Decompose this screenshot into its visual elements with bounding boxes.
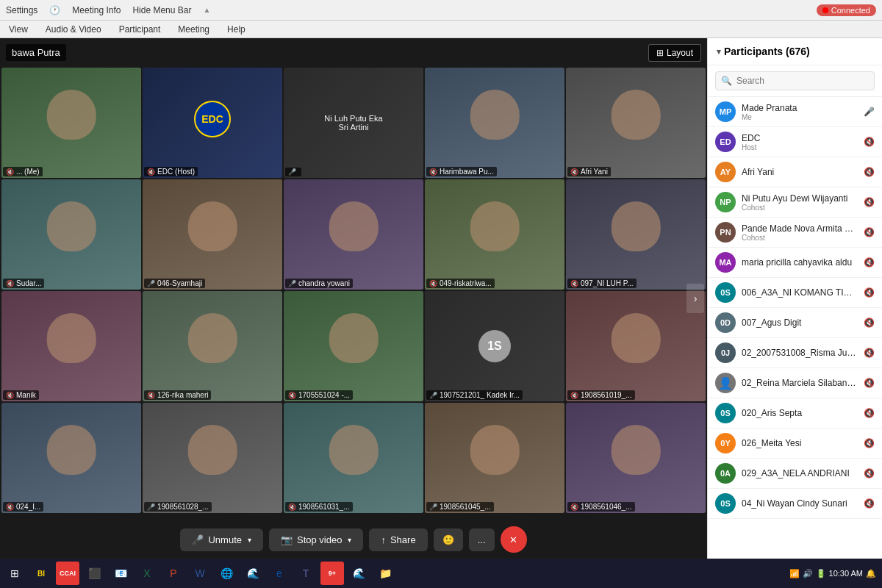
hide-menu-label[interactable]: Hide Menu Bar xyxy=(132,5,191,15)
taskbar-app-3[interactable]: ⬛ xyxy=(82,562,106,585)
participant-mic-icon: 🔇 xyxy=(864,318,875,328)
participant-mic-icon: 🔇 xyxy=(864,137,875,147)
participant-item[interactable]: 0D007_Agus Digit🔇 xyxy=(708,308,882,338)
menu-arrow: ▲ xyxy=(203,6,210,14)
video-cell[interactable]: 1S🎤1907521201_ Kadek Ir... xyxy=(425,291,564,401)
participant-role: Me xyxy=(742,113,858,121)
taskbar-bi[interactable]: BI xyxy=(29,562,53,585)
video-cell[interactable]: 🎤046-Syamhaji xyxy=(143,179,282,290)
taskbar-app-n[interactable]: 🌊 xyxy=(347,562,370,585)
emoji-button[interactable]: 🙂 xyxy=(434,528,463,551)
menu-participant[interactable]: Participant xyxy=(116,23,164,36)
menu-meeting[interactable]: Meeting xyxy=(175,23,212,36)
video-cell[interactable]: 🎤chandra yowani xyxy=(284,179,423,290)
video-cell[interactable]: 🎤1908561045_... xyxy=(425,403,564,513)
taskbar-volume-icon: 🔊 xyxy=(803,569,813,578)
next-page-arrow[interactable]: › xyxy=(686,284,704,313)
main-content: bawa Putra ⊞ Layout 🔇... (Me)EDC🔇EDC (Ho… xyxy=(0,38,882,559)
participant-name: 026_Meita Yesi xyxy=(742,438,858,448)
video-grid: 🔇... (Me)EDC🔇EDC (Host)Ni Luh Putu Eka S… xyxy=(0,38,707,559)
search-box: 🔍 xyxy=(708,65,882,97)
meeting-info-label[interactable]: Meeting Info xyxy=(72,5,121,15)
participant-name: 04_Ni Wayan Cindy Sunari xyxy=(742,498,858,509)
share-icon: ↑ xyxy=(381,534,386,545)
video-cell[interactable]: 🔇1908561019_... xyxy=(566,291,706,401)
taskbar-excel[interactable]: X xyxy=(135,562,159,585)
camera-icon: 📷 xyxy=(281,534,293,545)
participant-item[interactable]: 0S006_A3A_NI KOMANG TINGGAL🔇 xyxy=(708,278,882,308)
participant-name: Made Pranata xyxy=(742,103,858,113)
participant-item[interactable]: NPNi Putu Ayu Dewi WijayantiCohost🔇 xyxy=(708,187,882,218)
participant-item[interactable]: 0S04_Ni Wayan Cindy Sunari🔇 xyxy=(708,489,882,519)
video-cell[interactable]: 🔇1908561046_... xyxy=(566,403,706,513)
menu-help[interactable]: Help xyxy=(224,23,248,36)
participant-role: Host xyxy=(742,143,858,151)
unmute-button[interactable]: 🎤 Unmute ▾ xyxy=(180,528,263,551)
taskbar-start[interactable]: ⊞ xyxy=(3,562,26,585)
stop-video-button[interactable]: 📷 Stop video ▾ xyxy=(269,528,363,551)
video-cell[interactable]: Ni Luh Putu Eka Sri Artini🎤 xyxy=(284,68,423,178)
taskbar-folder[interactable]: 📁 xyxy=(373,562,397,585)
participant-name: Pande Made Nova Armita Sari xyxy=(742,223,858,234)
video-cell[interactable]: 🔇049-riskatriwa... xyxy=(425,179,564,290)
stop-video-dropdown-arrow[interactable]: ▾ xyxy=(348,536,351,544)
menu-audio-video[interactable]: Audio & Video xyxy=(43,23,104,36)
connected-dot xyxy=(822,7,828,13)
participant-item[interactable]: 0Y026_Meita Yesi🔇 xyxy=(708,429,882,459)
more-label: ... xyxy=(478,534,486,545)
video-cell[interactable]: 🔇Sudar... xyxy=(1,179,141,290)
participant-mic-icon: 🔇 xyxy=(864,167,875,177)
taskbar-teams[interactable]: T xyxy=(294,562,318,585)
taskbar-notification-icon[interactable]: 🔔 xyxy=(866,569,876,578)
taskbar: ⊞ BI CCAI ⬛ 📧 X P W 🌐 🌊 e T 9+ 🌊 📁 📶 🔊 🔋… xyxy=(0,559,882,588)
taskbar-app-2[interactable]: CCAI xyxy=(56,562,79,585)
participant-mic-icon: 🎤 xyxy=(864,107,875,117)
taskbar-earth[interactable]: 🌐 xyxy=(215,562,238,585)
video-cell[interactable]: 🔇1908561031_... xyxy=(284,403,423,513)
participant-item[interactable]: MAmaria pricilla cahyavika aldu🔇 xyxy=(708,248,882,278)
participant-name: Afri Yani xyxy=(742,167,858,177)
participant-item[interactable]: 0A029_A3A_NELA ANDRIANI🔇 xyxy=(708,459,882,489)
video-cell[interactable]: 🔇097_NI LUH P... xyxy=(566,179,706,290)
unmute-dropdown-arrow[interactable]: ▾ xyxy=(248,536,251,544)
taskbar-word[interactable]: W xyxy=(188,562,212,585)
video-cell[interactable]: 🎤1908561028_... xyxy=(143,403,282,513)
video-cell[interactable]: 🔇126-rika maheri xyxy=(143,291,282,401)
taskbar-battery-icon: 🔋 xyxy=(816,569,826,578)
participant-role: Cohost xyxy=(742,234,858,242)
participant-item[interactable]: MPMade PranataMe🎤 xyxy=(708,97,882,127)
participant-item[interactable]: 0J02_2007531008_Risma Julkismay🔇 xyxy=(708,338,882,368)
participant-item[interactable]: EDEDCHost🔇 xyxy=(708,127,882,157)
bottom-toolbar: 🎤 Unmute ▾ 📷 Stop video ▾ ↑ Share 🙂 ... … xyxy=(0,526,707,553)
taskbar-edge2[interactable]: e xyxy=(268,562,291,585)
settings-label[interactable]: Settings xyxy=(6,5,37,15)
participant-mic-icon: 🔇 xyxy=(864,227,875,237)
video-area: bawa Putra ⊞ Layout 🔇... (Me)EDC🔇EDC (Ho… xyxy=(0,38,707,559)
video-cell[interactable]: 🔇Afri Yani xyxy=(566,68,706,178)
participant-item[interactable]: PNPande Made Nova Armita SariCohost🔇 xyxy=(708,218,882,248)
layout-button[interactable]: ⊞ Layout xyxy=(648,44,701,62)
end-button[interactable]: ✕ xyxy=(501,526,527,553)
taskbar-time: 10:30 AM xyxy=(829,569,863,578)
participant-mic-icon: 🔇 xyxy=(864,408,875,418)
video-cell[interactable]: 🔇024_I... xyxy=(1,403,141,513)
share-button[interactable]: ↑ Share xyxy=(369,528,427,551)
participant-item[interactable]: 👤02_Reina Marciela Silaban _200🔇 xyxy=(708,368,882,398)
video-cell[interactable]: 🔇1705551024 -... xyxy=(284,291,423,401)
taskbar-ppt[interactable]: P xyxy=(162,562,185,585)
search-input[interactable] xyxy=(715,71,875,90)
menu-view[interactable]: View xyxy=(6,23,31,36)
taskbar-outlook[interactable]: 📧 xyxy=(109,562,132,585)
share-label: Share xyxy=(390,534,416,545)
participant-item[interactable]: AYAfri Yani🔇 xyxy=(708,157,882,187)
taskbar-network-icon: 📶 xyxy=(789,569,800,578)
participant-item[interactable]: 0S020_Aris Septa🔇 xyxy=(708,398,882,429)
video-cell[interactable]: 🔇Manik xyxy=(1,291,141,401)
video-cell[interactable]: 🔇Harimbawa Pu... xyxy=(425,68,564,178)
participant-name: 02_Reina Marciela Silaban _200 xyxy=(742,378,858,388)
video-cell[interactable]: 🔇... (Me) xyxy=(1,68,141,178)
taskbar-badge[interactable]: 9+ xyxy=(320,562,344,585)
taskbar-edge[interactable]: 🌊 xyxy=(241,562,265,585)
video-cell[interactable]: EDC🔇EDC (Host) xyxy=(143,68,282,178)
more-button[interactable]: ... xyxy=(469,528,495,551)
